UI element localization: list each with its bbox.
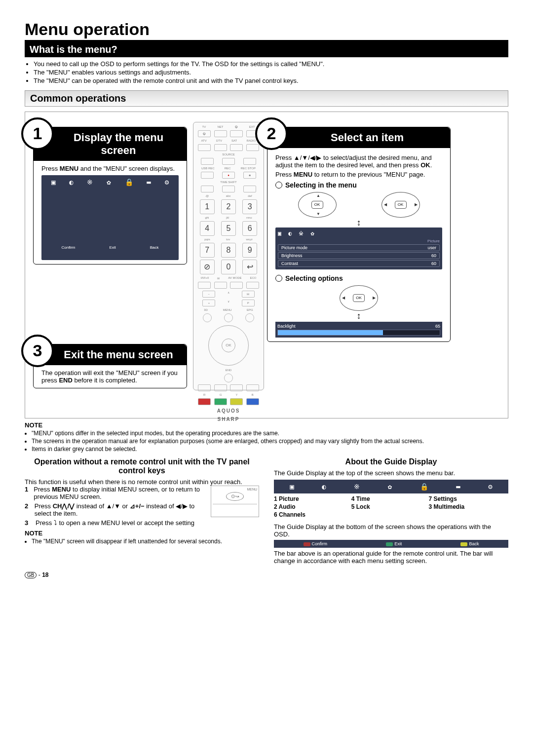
round-button [203,313,212,322]
label: ⊞ [217,276,220,280]
note-item: Items in darker grey cannot be selected. [32,446,508,453]
menu-key: MENU [52,486,71,493]
ch-button: ⊞ [242,291,255,298]
page-footer: GB - 18 [25,571,508,578]
multimedia-icon: ※ [299,230,304,237]
label: G [220,393,222,396]
label: SAT [231,139,237,142]
dpad-illustrations: ▲ ▼ OK ◀ ▶ OK [275,192,442,218]
text: Press [41,165,60,172]
label: REC [225,167,231,170]
bullet-icon [275,275,282,282]
time-icon: ✿ [107,178,111,186]
osd-bottom-bar: Confirm Exit Back [44,245,176,250]
remote-button [230,384,243,391]
label: NET [217,125,223,128]
guide-p2: The Guide Display at the bottom of the s… [274,523,508,538]
channels-icon: ▬ [147,178,151,186]
step-3-title: Exit the menu screen [34,344,187,365]
cross-down-icon: ∨ [228,300,229,306]
remote-button [243,186,256,192]
left-column: Operation without a remote control unit … [25,457,259,565]
vol-button: + [202,300,215,306]
text: instead of ▲/▼ or [75,502,130,510]
right-arrow-icon: ▶ [373,296,376,300]
label: abc [226,194,231,197]
cross-up-icon: ∧ [228,291,229,298]
step-1-title: Display the menu screen [34,127,187,161]
label: ⏻ [235,125,238,128]
yellow-button [230,398,243,405]
green-key-icon [386,542,393,546]
text: to return to the previous "MENU" page. [312,171,425,178]
menu-key: MENU [294,171,312,178]
key-0: 0 [221,260,236,274]
legend-item: 2 Audio [274,503,351,510]
rec-button: ● [222,172,235,179]
remote-button [198,384,211,391]
label: SOURCE [222,153,235,156]
ok-button: OK [222,339,235,352]
key-2: 2 [221,199,236,214]
multimedia-icon: ※ [87,178,93,186]
bullet: The "MENU" enables various settings and … [34,69,508,76]
remote-button [214,144,227,151]
left-arrow-icon: ◀ [384,202,387,207]
label: AV MODE [228,276,241,280]
legend-item: 1 Picture [274,495,351,502]
note-list: The "MENU" screen will disappear if left… [32,538,259,545]
picture-icon: ▣ [290,483,294,491]
right-column: About the Guide Display The Guide Displa… [274,457,508,565]
label: ghi [205,216,209,219]
blue-button [246,398,259,405]
backlight-label: Backlight [277,324,296,329]
text: Press [35,502,53,510]
ok-key: OK [420,161,430,169]
p-button: P [242,300,255,306]
label: REC STOP [240,167,256,170]
label: wxyz [246,238,252,241]
remote-button [201,186,214,192]
remote-button [246,282,259,289]
bullet-icon [275,182,282,189]
step-2-body: Press ▲/▼/◀/▶ to select/adjust the desir… [267,148,450,341]
label: EPG [247,308,253,311]
step-number: 3 [25,519,32,527]
key-6: 6 [242,221,257,236]
label: ATV [201,139,207,142]
value: 60 [431,253,436,258]
common-operations-figure: 1 Display the menu screen Press MENU and… [25,112,508,418]
ch-key: CH⋀/⋁ [53,502,75,510]
legend-item: 4 Time [351,495,429,502]
label: DTV [216,139,222,142]
step-3-body: The operation will exit the "MENU" scree… [34,365,187,388]
dpad-horizontal: ◀ ▶ OK [340,285,378,311]
remote-button [214,282,227,289]
bullet: You need to call up the OSD to perform s… [34,60,508,68]
tv-panel-diagram: MENU ⊙↝ [211,486,259,517]
step-2-title: Select an item [267,127,450,148]
settings-icon: ⚙ [488,483,492,491]
settings-icon: ⚙ [165,178,169,186]
panel-menu-label: MENU [213,488,257,491]
osd-preview: ▣ ◐ ※ ✿ 🔒 ▬ ⚙ Confirm Exit Back [41,175,179,260]
step-number: 3 [21,335,54,367]
guide-display-heading: About the Guide Display [274,457,508,466]
ok-label: OK [395,201,407,209]
down-arrow-icon: ▼ [316,212,320,216]
value: 60 [431,261,436,266]
region-badge: GB [25,572,37,578]
step-2-block: 2 Select an item Press ▲/▼/◀/▶ to select… [267,127,451,342]
guide-p1: The Guide Display at the top of the scre… [274,469,508,477]
label: mno [246,216,252,219]
round-button [224,313,233,322]
text: Press ⤵ to open a new MENU level or acce… [36,519,194,527]
selecting-options-heading: Selecting options [275,274,442,282]
time-icon: ✿ [388,483,392,491]
remote-button [246,384,259,391]
up-arrow-icon: ▲ [316,193,320,198]
op-confirm: Confirm [312,541,328,546]
key-1: 1 [200,199,215,214]
step-3-block: 3 Exit the menu screen The operation wil… [33,344,187,388]
remote-button [198,282,211,289]
